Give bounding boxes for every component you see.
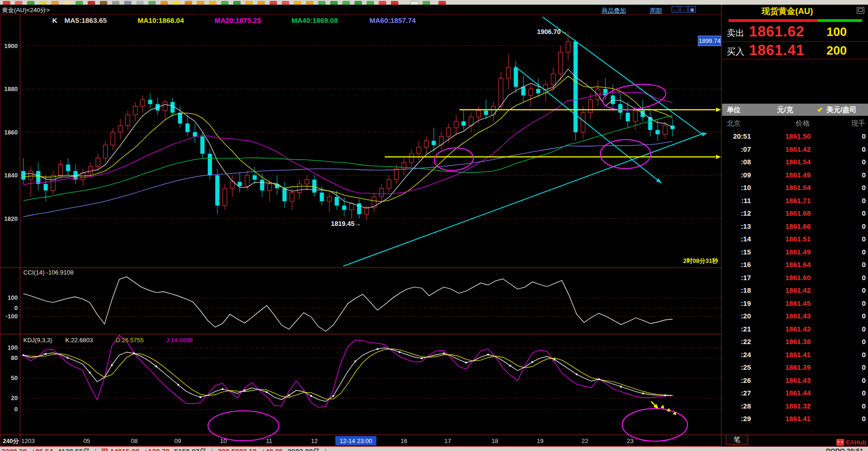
split-window-icon[interactable]: ▣: [688, 6, 696, 13]
toolbar-icon[interactable]: [342, 1, 350, 5]
toolbar-icon[interactable]: [27, 1, 35, 5]
prev-arrow-icon[interactable]: ←: [672, 6, 679, 13]
toolbar-icon[interactable]: [318, 1, 326, 5]
candle-body-up: [424, 141, 429, 148]
toolbar-icon[interactable]: [136, 1, 144, 5]
time-sales-row[interactable]: :25 1861.39 0: [722, 361, 868, 374]
tick-time: :26: [722, 376, 751, 384]
candle-body-down: [178, 113, 182, 123]
toolbar-icon[interactable]: [3, 1, 10, 5]
time-sales-row[interactable]: :09 1861.49 0: [722, 169, 868, 182]
toolbar-icon[interactable]: [257, 1, 265, 5]
panel-divider: [721, 5, 722, 446]
toolbar-icon[interactable]: [379, 1, 386, 5]
candle-body-down: [432, 141, 436, 145]
time-sales-row[interactable]: :13 1861.66 0: [722, 220, 868, 233]
time-sales-list[interactable]: 20:51 1861.50 0 :07 1861.42 0 :08 1861.5…: [722, 130, 868, 425]
toolbar-icon[interactable]: [197, 1, 204, 5]
buy-quote-row[interactable]: 买入 1861.41 200: [722, 42, 868, 60]
candle-body-up: [633, 111, 638, 121]
price-axis-tick: 1900: [4, 42, 18, 49]
time-sales-row[interactable]: :26 1861.43 0: [722, 374, 868, 387]
tick-volume: 0: [811, 209, 868, 217]
kdj-marker: [664, 395, 666, 396]
cci-axis-tick: -100: [6, 313, 18, 320]
toolbar-icon[interactable]: [282, 1, 289, 5]
toolbar-icon[interactable]: [160, 1, 168, 5]
toolbar-icon[interactable]: [423, 1, 430, 5]
toolbar-icon[interactable]: [148, 1, 156, 5]
toolbar-icon[interactable]: [100, 1, 107, 5]
toolbar-icon[interactable]: [233, 1, 241, 5]
candle-body-up: [663, 126, 667, 134]
maximize-icon[interactable]: [857, 7, 864, 14]
x-axis-label: 12: [311, 437, 318, 444]
time-sales-row[interactable]: :27 1861.44 0: [722, 387, 868, 400]
time-sales-row[interactable]: :29 1861.41 0: [722, 412, 868, 425]
toolbar-icon[interactable]: [112, 1, 119, 5]
time-sales-row[interactable]: :28 1861.32 0: [722, 400, 868, 413]
sell-quote-row[interactable]: 卖出 1861.62 100: [722, 23, 868, 41]
toolbar-icon[interactable]: [173, 1, 180, 5]
toolbar-icon[interactable]: [438, 1, 446, 5]
time-sales-row[interactable]: :07 1861.42 0: [722, 143, 868, 156]
toolbar-icon[interactable]: [88, 1, 95, 5]
time-sales-row[interactable]: :24 1861.41 0: [722, 348, 868, 361]
price-chart-svg[interactable]: 190018801860184018201000-100100805020019…: [0, 14, 722, 446]
toolbar-icon[interactable]: [39, 1, 47, 5]
time-sales-row[interactable]: :14 1861.51 0: [722, 233, 868, 246]
tick-price: 1861.45: [751, 299, 811, 307]
trough-price-annotation: 1819.45→: [331, 220, 361, 227]
candle-body-up: [96, 158, 100, 167]
toolbar-icon[interactable]: [124, 1, 132, 5]
unit-usd[interactable]: 美元/盎司: [826, 104, 856, 116]
time-sales-row[interactable]: :17 1861.60 0: [722, 271, 868, 284]
time-sales-row[interactable]: :08 1861.54 0: [722, 155, 868, 169]
time-sales-row[interactable]: :12 1861.68 0: [722, 207, 868, 220]
toolbar-icon[interactable]: [245, 1, 253, 5]
unit-row[interactable]: 单位 元/克 ✔ 美元/盎司: [722, 104, 868, 116]
toolbar-icon[interactable]: [51, 1, 59, 5]
candle-body-up: [581, 113, 585, 132]
sell-price: 1861.62: [749, 23, 805, 40]
next-arrow-icon[interactable]: →: [680, 6, 687, 13]
legend-k: K: [52, 16, 57, 24]
time-sales-row[interactable]: :10 1861.54 0: [722, 181, 868, 194]
unit-cny[interactable]: 元/克: [777, 104, 793, 116]
toolbar-icon[interactable]: [209, 1, 216, 5]
toolbar-icon[interactable]: [367, 1, 374, 5]
candle-body-up: [29, 171, 33, 180]
tick-volume: 0: [811, 299, 868, 307]
x-axis-label: 19: [537, 437, 543, 444]
tick-price: 1861.64: [751, 261, 811, 268]
time-sales-row[interactable]: :19 1861.45 0: [722, 297, 868, 310]
toolbar-icon[interactable]: [15, 1, 22, 5]
cci-label: CCI(14) -106.9108: [23, 269, 74, 276]
toolbar-icon[interactable]: [76, 1, 83, 5]
status-brand: POPO: [826, 447, 845, 451]
time-sales-row[interactable]: 20:51 1861.50 0: [722, 130, 868, 143]
toolbar-icon[interactable]: [185, 1, 192, 5]
time-sales-row[interactable]: :21 1861.42 0: [722, 323, 868, 336]
indicator-line: [23, 277, 673, 331]
toolbar-icon[interactable]: [391, 1, 398, 5]
time-sales-row[interactable]: :11 1861.71 0: [722, 194, 868, 207]
toolbar-icon[interactable]: [306, 1, 313, 5]
toolbar-icon[interactable]: [354, 1, 362, 5]
time-sales-row[interactable]: :18 1861.42 0: [722, 284, 868, 297]
toolbar-icon[interactable]: [63, 1, 71, 5]
time-sales-row[interactable]: :20 1861.43 0: [722, 310, 868, 323]
time-sales-row[interactable]: :22 1861.38 0: [722, 335, 868, 348]
kdj-marker: [399, 351, 401, 353]
kdj-marker: [155, 366, 157, 367]
toolbar-icon[interactable]: [330, 1, 338, 5]
candle-body-down: [357, 204, 361, 214]
toolbar-icon[interactable]: [294, 1, 301, 5]
time-sales-row[interactable]: :15 1861.49 0: [722, 246, 868, 259]
time-sales-row[interactable]: :16 1861.64 0: [722, 258, 868, 271]
toolbar-icon[interactable]: [270, 1, 277, 5]
col-time: 北京: [727, 118, 741, 129]
tab-bi[interactable]: 笔: [726, 435, 748, 444]
toolbar-icon[interactable]: [221, 1, 229, 5]
candle-body-down: [536, 89, 541, 93]
